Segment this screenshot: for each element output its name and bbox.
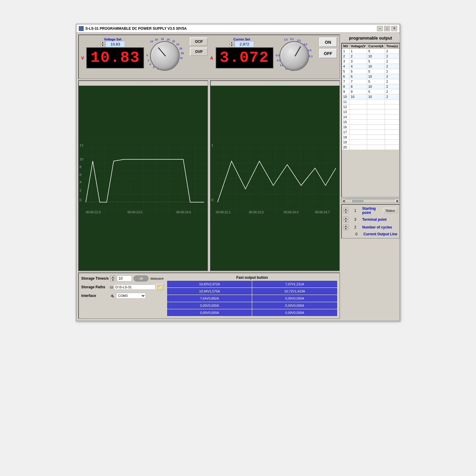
ocp-ovp-section: OCP OVP — [190, 37, 208, 56]
table-row[interactable]: 18 — [342, 135, 399, 140]
table-row[interactable]: 13 — [342, 109, 399, 115]
table-row[interactable]: 19 — [342, 140, 399, 145]
fast-output-button[interactable]: 10,83V2,972A — [167, 281, 252, 287]
voltage-spin-down[interactable]: ▼ — [100, 44, 105, 47]
fast-output-button[interactable]: 0,00V0,000A — [167, 309, 252, 316]
voltage-display-row: V 10.83 — [81, 47, 144, 68]
cell-no: 8 — [342, 84, 350, 89]
path-icon: 🗂 — [110, 285, 113, 289]
table-row[interactable]: 16 — [342, 125, 399, 130]
header-no: NO — [342, 44, 350, 49]
v-scale-31: 31 — [180, 57, 183, 60]
current-spin-up[interactable]: ▲ — [229, 41, 234, 44]
fast-output-button[interactable]: 0,00V0,000A — [252, 309, 337, 316]
v-scale-20: 20 — [167, 38, 170, 41]
storage-times-input[interactable] — [117, 275, 132, 281]
cell-current — [367, 130, 385, 135]
fast-output-button[interactable]: 0,00V0,000A — [167, 302, 252, 309]
cell-current — [367, 140, 385, 145]
scrollbar-thumb[interactable] — [352, 199, 364, 202]
table-row[interactable]: 10 10 10 2 — [342, 94, 399, 99]
svg-text:0: 0 — [79, 198, 82, 202]
terminal-spin-down[interactable]: ▼ — [344, 220, 348, 223]
fast-output-button[interactable]: 7,64V0,882A — [167, 295, 252, 302]
browse-button[interactable]: 📁 — [156, 284, 163, 290]
cell-voltage: 5 — [350, 69, 367, 74]
cell-voltage — [350, 99, 367, 104]
minimize-button[interactable]: ─ — [377, 26, 383, 31]
starting-point-value: 1 — [350, 209, 361, 213]
scroll-left-button[interactable]: ◀ — [342, 199, 346, 203]
fast-output-button[interactable]: 7,07V1,231A — [252, 281, 337, 287]
fast-output-button[interactable]: 10,72V1,423A — [252, 288, 337, 295]
right-panel: programmable output NO Voltage(V Current… — [341, 35, 400, 319]
table-row[interactable]: 4 4 10 2 — [342, 64, 399, 69]
v-scale-0: 0 — [146, 54, 148, 57]
starting-spin-up[interactable]: ▲ — [344, 208, 348, 211]
cell-voltage: 3 — [350, 59, 367, 64]
starting-spin: ▲ ▼ — [344, 208, 348, 214]
status-button[interactable]: Status — [383, 208, 397, 213]
voltage-knob-dial[interactable] — [150, 41, 180, 71]
voltage-spin-up[interactable]: ▲ — [100, 41, 105, 44]
svg-rect-12 — [211, 140, 339, 217]
table-row[interactable]: 5 5 5 2 — [342, 69, 399, 74]
cell-time — [385, 109, 399, 115]
current-knob-dial[interactable] — [279, 41, 309, 71]
table-row[interactable]: 17 — [342, 130, 399, 135]
terminal-point-value: 3 — [350, 217, 361, 222]
path-input[interactable] — [114, 284, 156, 290]
current-spin-down[interactable]: ▼ — [229, 44, 234, 47]
fast-output-button[interactable]: 0,00V0,000A — [252, 302, 337, 309]
table-row[interactable]: 2 2 10 2 — [342, 54, 399, 59]
table-row[interactable]: 7 7 5 2 — [342, 79, 399, 84]
close-button[interactable]: ✕ — [391, 26, 397, 31]
table-row[interactable]: 11 — [342, 99, 399, 104]
off-button[interactable]: OFF — [319, 49, 337, 58]
times-spin-up[interactable]: ▲ — [110, 275, 115, 278]
current-set-input[interactable] — [235, 41, 254, 47]
voltage-knob-marker — [158, 47, 166, 57]
ovp-button[interactable]: OVP — [190, 48, 208, 56]
table-row[interactable]: 15 — [342, 120, 399, 125]
table-row[interactable]: 9 9 5 2 — [342, 89, 399, 94]
table-row[interactable]: 3 3 5 2 — [342, 59, 399, 64]
table-row[interactable]: 1 1 5 2 — [342, 49, 399, 54]
cell-time — [385, 120, 399, 125]
svg-text:10: 10 — [79, 157, 84, 161]
cell-no: 20 — [342, 145, 350, 150]
table-row[interactable]: 12 — [342, 104, 399, 109]
scroll-right-button[interactable]: ▶ — [395, 199, 400, 203]
on-button[interactable]: ON — [319, 37, 337, 47]
cycles-spin-up[interactable]: ▲ — [344, 224, 348, 227]
cell-no: 3 — [342, 59, 350, 64]
restore-button[interactable]: □ — [384, 26, 390, 31]
datasave-label: datasave — [150, 277, 164, 280]
cell-no: 19 — [342, 140, 350, 145]
ocp-button[interactable]: OCP — [190, 37, 208, 46]
voltage-display: 10.83 — [86, 47, 144, 68]
fast-output-button[interactable]: 10,94V1,575A — [167, 288, 252, 295]
cell-voltage — [350, 130, 367, 135]
table-row[interactable]: 6 6 10 2 — [342, 74, 399, 79]
fast-output-button[interactable]: 0,00V0,000A — [252, 295, 337, 302]
starting-spin-down[interactable]: ▼ — [344, 211, 348, 214]
output-line-value: 0 — [351, 232, 362, 236]
times-spin-down[interactable]: ▼ — [110, 278, 115, 281]
horizontal-scrollbar[interactable]: ◀ ▶ — [341, 199, 400, 203]
cell-time — [385, 104, 399, 109]
cell-voltage: 8 — [350, 84, 367, 89]
interface-select[interactable]: COM3 — [116, 293, 146, 299]
header-current: Current(A — [367, 44, 385, 49]
datasave-toggle[interactable]: off — [134, 275, 148, 281]
terminal-spin-up[interactable]: ▲ — [344, 217, 348, 220]
cycles-spin-down[interactable]: ▼ — [344, 227, 348, 230]
table-row[interactable]: 20 — [342, 145, 399, 150]
table-scroll[interactable]: NO Voltage(V Current(A Time(s) 1 1 5 2 2… — [341, 43, 400, 198]
table-row[interactable]: 14 — [342, 115, 399, 120]
cell-time — [385, 145, 399, 150]
voltage-set-input[interactable] — [106, 41, 125, 47]
table-row[interactable]: 8 8 10 2 — [342, 84, 399, 89]
cell-no: 5 — [342, 69, 350, 74]
current-set-row: ▲ ▼ — [229, 41, 254, 47]
